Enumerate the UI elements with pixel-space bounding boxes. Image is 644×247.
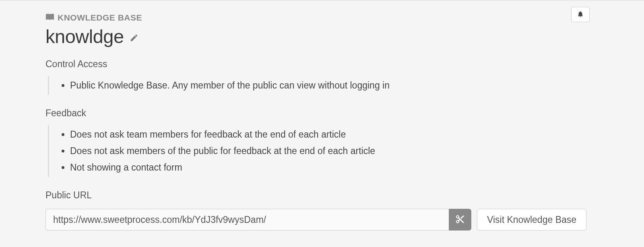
control-access-heading: Control Access bbox=[45, 59, 599, 70]
scissors-icon bbox=[455, 214, 465, 225]
book-icon bbox=[45, 12, 54, 23]
feedback-block: Does not ask team members for feedback a… bbox=[48, 125, 599, 177]
edit-title-button[interactable] bbox=[130, 29, 138, 44]
breadcrumb: KNOWLEDGE BASE bbox=[45, 12, 599, 23]
feedback-heading: Feedback bbox=[45, 108, 599, 119]
feedback-item: Not showing a contact form bbox=[70, 162, 599, 173]
public-url-heading: Public URL bbox=[45, 190, 599, 201]
notification-button[interactable] bbox=[571, 7, 590, 22]
page-title: knowldge bbox=[45, 25, 124, 47]
breadcrumb-label: KNOWLEDGE BASE bbox=[58, 13, 142, 23]
copy-url-button[interactable] bbox=[449, 209, 471, 231]
bell-icon bbox=[577, 10, 584, 19]
feedback-item: Does not ask members of the public for f… bbox=[70, 146, 599, 156]
control-access-block: Public Knowledge Base. Any member of the… bbox=[48, 76, 599, 95]
pencil-icon bbox=[130, 33, 138, 42]
feedback-item: Does not ask team members for feedback a… bbox=[70, 129, 599, 140]
visit-kb-button[interactable]: Visit Knowledge Base bbox=[477, 209, 586, 231]
public-url-input[interactable] bbox=[45, 209, 449, 231]
access-item: Public Knowledge Base. Any member of the… bbox=[70, 80, 599, 91]
